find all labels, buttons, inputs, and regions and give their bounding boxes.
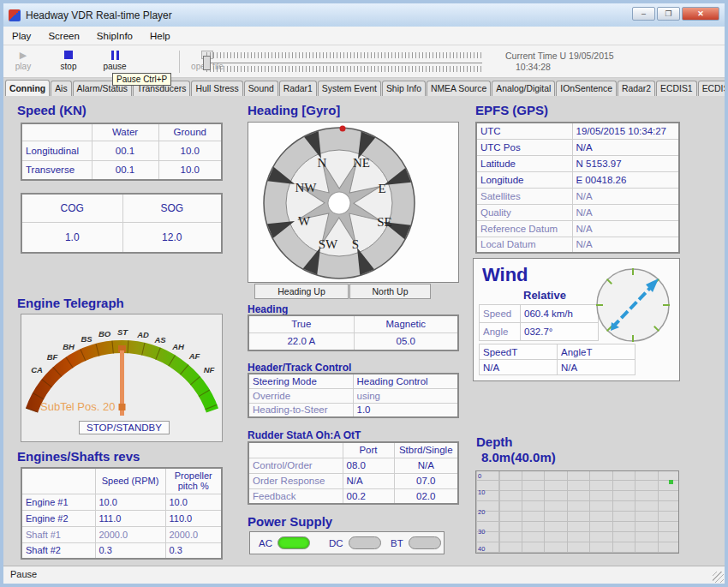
compass-panel: N NE E SE S SW W NW: [248, 122, 459, 283]
rudder-table: Port Stbrd/Single Control/Order08.0N/A O…: [248, 441, 459, 505]
dc-label: DC: [329, 538, 343, 548]
epfs-table: UTC19/05/2015 10:34:27 UTC PosN/A Latitu…: [475, 122, 680, 254]
tab-sound[interactable]: Sound: [244, 81, 278, 96]
compass-w: W: [298, 214, 311, 228]
epfs-value: 19/05/2015 10:34:27: [572, 123, 679, 139]
bt-indicator: [409, 536, 441, 549]
tab-hull-stress[interactable]: Hull Stress: [191, 81, 242, 96]
tab-nmea-source[interactable]: NMEA Source: [427, 81, 491, 96]
tab-conning[interactable]: Conning: [5, 80, 50, 96]
title-bar: Headway VDR Real-time Player: [3, 3, 725, 27]
menu-screen[interactable]: Screen: [39, 28, 87, 44]
ac-indicator: [277, 536, 310, 549]
menu-shipinfo[interactable]: ShipInfo: [88, 28, 141, 44]
minimize-button[interactable]: –: [632, 7, 655, 21]
depth-tick: 40: [478, 545, 485, 553]
tab-system-event[interactable]: System Event: [318, 81, 381, 96]
speed-row-label: Transverse: [21, 160, 92, 180]
heading-section-title: Heading: [248, 303, 288, 315]
epfs-value: N/A: [572, 220, 679, 237]
telegraph-scale-label: AD: [137, 330, 149, 339]
telegraph-scale-label: NF: [204, 365, 215, 374]
telegraph-title: Engine Telegraph: [17, 296, 124, 310]
depth-value: 8.0m(40.0m): [481, 450, 556, 464]
cog-header: COG: [21, 194, 122, 222]
wind-true-table: SpeedTAngleT N/AN/A: [479, 344, 636, 375]
sog-value: 12.0: [122, 222, 222, 253]
depth-tick: 30: [478, 528, 485, 536]
depth-marker: [669, 480, 673, 484]
epfs-value: N 5153.97: [572, 155, 679, 171]
tab-ecdis1[interactable]: ECDIS1: [656, 81, 697, 96]
sog-header: SOG: [122, 194, 222, 222]
compass-n: N: [318, 156, 327, 170]
eng-cell: 111.0: [95, 510, 165, 526]
play-button[interactable]: ▶ play: [9, 49, 38, 71]
pause-label: pause: [96, 62, 134, 71]
eng-cell: 10.0: [95, 494, 165, 510]
epfs-label: Reference Datum: [476, 220, 572, 237]
track-label: Heading-to-Steer: [248, 403, 353, 417]
telegraph-scale-label: AF: [189, 351, 200, 361]
eng-cell: 0.3: [95, 542, 165, 559]
stop-standby-button[interactable]: STOP/STANDBY: [79, 421, 170, 434]
depth-tick: 10: [478, 488, 485, 496]
power-panel: AC DC BT: [249, 531, 445, 554]
close-button[interactable]: ✕: [682, 7, 719, 21]
eng-cell: 110.0: [165, 510, 222, 526]
tab-radar1[interactable]: Radar1: [279, 81, 317, 96]
tab-ais[interactable]: Ais: [51, 81, 71, 96]
track-value: Heading Control: [353, 374, 458, 388]
gyro-title: Heading [Gyro]: [248, 103, 340, 117]
menu-play[interactable]: Play: [3, 28, 39, 44]
resize-grip[interactable]: [713, 572, 724, 583]
slider-track[interactable]: [206, 63, 482, 63]
pause-tooltip: Pause Ctrl+P: [112, 73, 171, 86]
epfs-title: EPFS (GPS): [475, 103, 548, 117]
rudder-label: Order Response: [248, 473, 343, 488]
epfs-value: N/A: [572, 204, 679, 220]
stop-icon: [53, 49, 84, 61]
depth-title: Depth: [476, 434, 513, 449]
tab-radar2[interactable]: Radar2: [618, 81, 655, 96]
rudder-h0: [248, 442, 343, 458]
slider-handle[interactable]: [203, 56, 211, 70]
engine-telegraph-panel: CA BF BH BS BO ST AD AS AH AF NF SubTel …: [21, 314, 223, 442]
telegraph-scale-label: ST: [117, 327, 128, 337]
rudder-h-stbrd: Stbrd/Single: [394, 442, 458, 458]
stop-button[interactable]: stop: [53, 49, 84, 71]
maximize-button[interactable]: ❐: [657, 7, 680, 21]
track-value: using: [353, 388, 458, 403]
epfs-label: UTC Pos: [476, 139, 572, 155]
wind-title: Wind: [482, 264, 528, 286]
epfs-value: N/A: [572, 188, 679, 204]
speed-table: Water Ground Longitudinal 00.1 10.0 Tran…: [21, 123, 223, 181]
eng-cell: 2000.0: [95, 526, 165, 542]
heading-h-true: True: [248, 315, 354, 332]
telegraph-scale-label: CA: [31, 365, 43, 374]
rudder-cell: N/A: [394, 458, 458, 473]
wind-anglet-value: N/A: [558, 360, 636, 375]
wind-dial: [594, 266, 672, 344]
pause-button[interactable]: pause: [96, 49, 134, 71]
wind-speed-label: Speed: [480, 305, 521, 323]
heading-up-button[interactable]: Heading Up: [254, 284, 349, 299]
tab-ecdis2[interactable]: ECDIS2: [698, 81, 728, 96]
speed-h-ground: Ground: [158, 123, 222, 141]
telegraph-scale-label: BO: [98, 329, 110, 338]
status-text: Pause: [10, 569, 37, 579]
eng-row-label: Engine #2: [21, 510, 95, 526]
pause-icon: [96, 49, 134, 61]
current-time-line2: 10:34:28: [505, 62, 651, 73]
heading-h-magnetic: Magnetic: [354, 315, 458, 332]
telegraph-scale-label: BS: [81, 334, 92, 344]
subtel-pos-text: SubTel Pos. 20: [40, 400, 115, 413]
tab-analog-digital[interactable]: Analog/Digital: [492, 81, 555, 96]
north-up-button[interactable]: North Up: [349, 284, 431, 299]
ac-label: AC: [259, 538, 272, 548]
tab-ship-info[interactable]: Ship Info: [382, 81, 426, 96]
epfs-label: UTC: [476, 123, 572, 139]
tab-ionsentence[interactable]: IOnSentence: [556, 81, 617, 96]
menu-help[interactable]: Help: [141, 28, 179, 44]
play-label: play: [9, 62, 38, 71]
